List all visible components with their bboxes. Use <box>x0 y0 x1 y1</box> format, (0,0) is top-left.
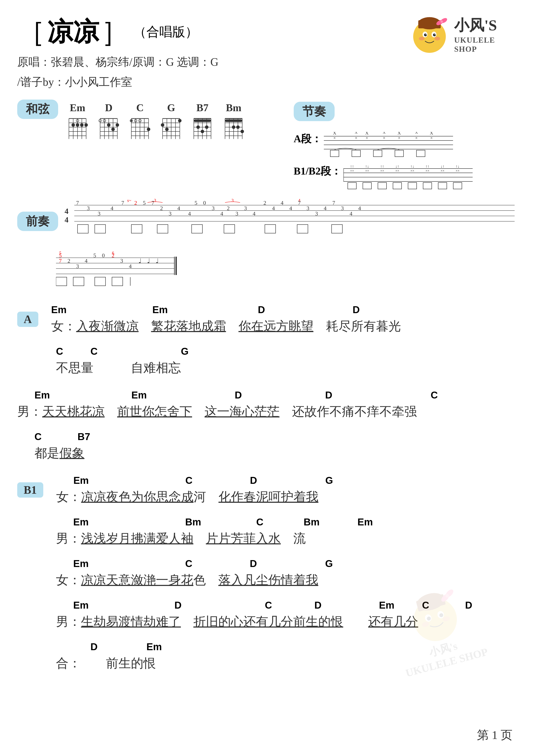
svg-text:3: 3 <box>315 210 318 217</box>
svg-text:0: 0 <box>203 200 206 206</box>
svg-text:X: X <box>365 132 369 136</box>
svg-text:↑↓: ↑↓ <box>365 164 369 169</box>
lyrics-b1-m2-text: 男：生劫易渡情劫难了 折旧的心还有几分前生的恨 还有几分 <box>56 613 517 630</box>
rhythm-section-label: 节奏 <box>294 102 335 121</box>
svg-text:3: 3 <box>212 205 215 211</box>
svg-text:3: 3 <box>244 205 247 211</box>
svg-rect-145 <box>363 182 371 189</box>
svg-point-8 <box>435 34 435 35</box>
chord-g: G <box>161 102 182 141</box>
svg-point-83 <box>196 125 200 129</box>
svg-rect-150 <box>438 182 447 189</box>
lyrics-b1-1-text: 女：凉凉夜色为你思念成河 化作春泥呵护着我 <box>56 489 517 505</box>
svg-text:3: 3 <box>154 199 156 203</box>
svg-text:↑↑: ↑↑ <box>350 164 354 169</box>
chord-b7-grid <box>191 115 213 141</box>
lyrics-male-2: C B7 都是假象 <box>35 431 517 462</box>
rhythm-b-diagram: ↑↑ ↑↓ ↑↑ ↓↑ ↑↓ ↑↑ ↓↑ ↑↓ ×× ×× ×× ×× ×× ×… <box>343 164 472 190</box>
svg-point-26 <box>80 123 84 127</box>
section-a-label: A <box>17 311 38 327</box>
svg-point-85 <box>201 130 204 133</box>
svg-text:2: 2 <box>160 205 163 211</box>
svg-text:××: ×× <box>425 169 429 173</box>
svg-rect-147 <box>393 182 402 189</box>
svg-text:3: 3 <box>307 205 309 211</box>
svg-text:4: 4 <box>324 205 327 211</box>
page: ［ 凉凉 ］ （合唱版） 原唱：张碧晨、杨宗纬/原调：G 选调：G /谱子by：… <box>0 0 534 756</box>
svg-text:3: 3 <box>236 210 238 217</box>
svg-rect-119 <box>352 150 361 157</box>
svg-text:↓↑: ↓↑ <box>441 164 445 169</box>
chord-c: C <box>129 102 151 141</box>
svg-point-41 <box>115 123 119 127</box>
chord-b7: B7 <box>191 102 213 141</box>
svg-point-57 <box>147 127 150 131</box>
svg-rect-199 <box>224 225 235 233</box>
svg-point-42 <box>111 127 115 131</box>
svg-point-58 <box>131 120 132 122</box>
svg-text:X: X <box>430 132 433 136</box>
svg-text:×: × <box>383 136 385 140</box>
svg-text:4: 4 <box>111 205 114 211</box>
svg-text:×: × <box>415 136 418 140</box>
bracket-left: ［ <box>17 13 45 51</box>
lyrics-male2-text: 都是假象 <box>35 445 517 462</box>
svg-text:××: ×× <box>365 169 369 173</box>
svg-text:2: 2 <box>134 200 137 206</box>
svg-text:0: 0 <box>102 252 105 258</box>
svg-rect-197 <box>157 225 168 233</box>
lyrics-chorus-text: 合： 前生的恨 <box>56 655 517 672</box>
svg-text:4: 4 <box>188 210 191 217</box>
svg-text:4: 4 <box>281 200 284 206</box>
svg-rect-196 <box>131 225 142 233</box>
svg-point-70 <box>165 127 168 131</box>
lyrics-a2-text: 不思量 自难相忘 <box>56 360 517 376</box>
chords-b1-m2: Em D C D Em C D <box>56 599 517 613</box>
svg-text:s~: s~ <box>127 199 131 203</box>
chords-male2: C B7 <box>35 431 517 445</box>
prelude-tab-line2: 5 5 7 2 3 4 5 0 6 2 3 4 ♩ ♩ ♩ <box>56 251 517 295</box>
svg-text:5: 5 <box>93 252 96 258</box>
svg-point-24 <box>71 123 75 127</box>
svg-rect-120 <box>373 150 382 157</box>
svg-text:3: 3 <box>76 263 79 269</box>
chord-bm-grid <box>223 115 244 141</box>
header: ［ 凉凉 ］ （合唱版） 原唱：张碧晨、杨宗纬/原调：G 选调：G /谱子by：… <box>17 13 517 91</box>
svg-text:3: 3 <box>169 210 172 217</box>
rhythm-a-diagram: X X X X X X X × × × × × × × <box>324 132 453 158</box>
main-title: ［ 凉凉 ］ （合唱版） <box>17 13 409 51</box>
lyrics-a1-text: 女：入夜渐微凉 繁花落地成霜 你在远方眺望 耗尽所有暮光 <box>51 318 517 335</box>
svg-text:3: 3 <box>98 210 101 217</box>
svg-text:2: 2 <box>112 252 114 258</box>
chord-c-grid <box>129 115 151 141</box>
svg-rect-151 <box>453 182 462 189</box>
chords-a2: C C G <box>56 345 517 360</box>
lyrics-b1-female2: Em C D G 女：凉凉天意潋滟一身花色 落入凡尘伤情着我 <box>56 558 517 588</box>
lyrics-male-1: Em Em D D C 男：天天桃花凉 前世你怎舍下 这一海心茫茫 还故作不痛不… <box>17 389 517 420</box>
svg-text:×: × <box>430 136 433 140</box>
mascot-icon <box>409 13 450 56</box>
meta1: 原唱：张碧晨、杨宗纬/原调：G 选调：G <box>17 53 409 71</box>
svg-rect-144 <box>348 182 356 189</box>
svg-text:↑↑: ↑↑ <box>425 164 429 169</box>
svg-text:4: 4 <box>129 263 132 269</box>
svg-rect-121 <box>395 150 403 157</box>
svg-text:3: 3 <box>232 199 234 203</box>
lyrics-b1-chorus: D Em 合： 前生的恨 <box>56 641 517 672</box>
meta2: /谱子by：小小风工作室 <box>17 73 409 91</box>
lyrics-section-b1: B1 Em C D G 女：凉凉夜色为你思念成河 化作春泥呵护着我 Em Bm … <box>17 474 517 672</box>
prelude-tab2-svg: 5 5 7 2 3 4 5 0 6 2 3 4 ♩ ♩ ♩ <box>56 251 250 294</box>
svg-text:↑↓: ↑↓ <box>410 164 414 169</box>
svg-text:4: 4 <box>177 205 180 211</box>
svg-text:5: 5 <box>195 200 197 206</box>
svg-text:4: 4 <box>272 205 275 211</box>
rhythm-b-label: B1/B2段： <box>294 164 341 178</box>
svg-text:3: 3 <box>341 205 344 211</box>
svg-point-25 <box>76 123 79 127</box>
svg-text:×: × <box>366 136 368 140</box>
svg-text:4: 4 <box>220 210 223 217</box>
svg-rect-200 <box>265 225 276 233</box>
svg-rect-96 <box>225 120 242 122</box>
svg-point-84 <box>205 125 208 129</box>
svg-rect-194 <box>78 225 88 233</box>
